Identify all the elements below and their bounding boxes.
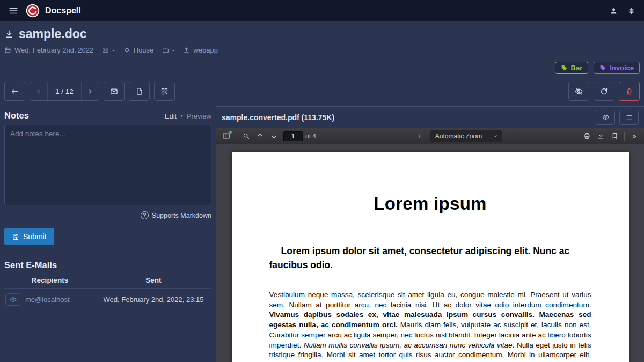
- attachment-filename: sample.converted.pdf (113.75K): [222, 113, 334, 122]
- settings-button[interactable]: [625, 5, 638, 17]
- zoom-value: Automatic Zoom: [435, 132, 482, 140]
- left-panel: Notes Edit • Preview ? Supports Markdown…: [0, 106, 216, 362]
- sent-email-row: me@localhost Wed, February 2nd, 2022, 23…: [4, 289, 211, 311]
- tag-icon: [599, 64, 606, 71]
- gears-icon: [627, 7, 635, 15]
- hide-preview-button[interactable]: [568, 82, 589, 101]
- recipients-cell: me@localhost: [4, 293, 96, 306]
- folder-icon: [162, 47, 169, 54]
- prev-attachment-button[interactable]: [30, 82, 47, 100]
- tags-row: Bar Invoice: [4, 54, 640, 74]
- toolbar-right: [568, 82, 640, 101]
- printer-icon: [583, 132, 590, 139]
- document-title: Lorem ipsum: [269, 194, 591, 214]
- arrow-left-icon: [11, 87, 19, 95]
- eye-slash-icon: [575, 87, 583, 95]
- back-button[interactable]: [4, 82, 25, 101]
- page-indicator: 1 / 12: [47, 82, 82, 100]
- search-icon: [243, 132, 250, 139]
- item-title: sample.doc: [19, 27, 87, 41]
- recipient-address: me@localhost: [25, 295, 70, 304]
- next-page-button[interactable]: [267, 130, 281, 143]
- sidebar-notification-dot: [229, 131, 232, 134]
- page-count-label: of 4: [305, 132, 316, 140]
- notes-preview-link[interactable]: Preview: [187, 112, 211, 120]
- notes-heading: Notes: [4, 110, 29, 121]
- toolbar-left: 1 / 12: [4, 82, 175, 101]
- download-icon: [4, 29, 14, 39]
- pdf-panel-header: sample.converted.pdf (113.75K): [216, 107, 644, 128]
- file-button[interactable]: [129, 82, 150, 101]
- item-source: webapp: [183, 46, 218, 54]
- user-menu-button[interactable]: [608, 5, 620, 17]
- notes-edit-link[interactable]: Edit: [165, 112, 177, 120]
- download-icon: [597, 132, 604, 139]
- pdfjs-toolbar: of 4 − + Automatic Zoom: [216, 128, 644, 144]
- hamburger-icon: [9, 6, 18, 16]
- pdf-header-buttons: [596, 110, 639, 125]
- bookmark-icon: [611, 132, 618, 139]
- notes-header: Notes Edit • Preview: [4, 110, 211, 121]
- zoom-in-button[interactable]: +: [412, 130, 426, 143]
- sidebar-toggle-button[interactable]: [219, 130, 233, 143]
- zoom-select[interactable]: Automatic Zoom: [430, 130, 502, 142]
- item-folder: -: [162, 46, 174, 54]
- print-button[interactable]: [580, 130, 594, 143]
- zoom-out-button[interactable]: −: [397, 130, 411, 143]
- submit-label: Submit: [23, 232, 47, 241]
- docspell-logo[interactable]: [26, 4, 40, 18]
- markdown-hint-label: Supports Markdown: [152, 212, 211, 219]
- toolbar-separator: [624, 132, 625, 141]
- file-icon: [135, 87, 143, 95]
- page-number-input[interactable]: [283, 131, 303, 141]
- pdfjs-toolbar-right: »: [580, 130, 641, 143]
- item-title-row: sample.doc: [4, 27, 640, 41]
- pdf-page: Lorem ipsum Lorem ipsum dolor sit amet, …: [232, 152, 629, 362]
- refresh-icon: [600, 87, 608, 95]
- sent-date: Wed, February 2nd, 2022, 23:15: [96, 295, 211, 304]
- app-window: Docspell sample.doc Wed, February 2nd, 2…: [0, 0, 644, 362]
- find-button[interactable]: [239, 130, 253, 143]
- upload-icon: [183, 47, 190, 54]
- more-tools-button[interactable]: »: [627, 130, 641, 143]
- notes-textarea[interactable]: [4, 125, 211, 205]
- delete-button[interactable]: [619, 82, 640, 101]
- sent-emails-heading: Sent E-Mails: [4, 260, 211, 270]
- reprocess-button[interactable]: [594, 82, 614, 101]
- attachment-preview-button[interactable]: [596, 110, 615, 125]
- concerning-icon: [123, 47, 130, 54]
- bookmark-button[interactable]: [608, 130, 621, 143]
- send-mail-button[interactable]: [104, 82, 125, 101]
- attachment-pagination: 1 / 12: [30, 82, 99, 101]
- tag-bar[interactable]: Bar: [555, 62, 589, 74]
- markdown-hint-link[interactable]: ? Supports Markdown: [4, 211, 211, 219]
- item-date: Wed, February 2nd, 2022: [4, 46, 93, 54]
- item-concerning: House: [123, 46, 154, 54]
- eye-icon: [602, 114, 609, 121]
- main-content: Notes Edit • Preview ? Supports Markdown…: [0, 106, 644, 362]
- item-header: sample.doc Wed, February 2nd, 2022 - Hou…: [0, 21, 644, 74]
- col-sent: Sent: [96, 276, 211, 284]
- attachment-menu-button[interactable]: [619, 110, 639, 125]
- pdf-viewer[interactable]: Lorem ipsum Lorem ipsum dolor sit amet, …: [216, 144, 644, 362]
- chevron-down-icon: [493, 134, 498, 139]
- chevron-right-icon: [86, 88, 93, 95]
- tag-icon: [561, 64, 568, 71]
- chevron-left-icon: [35, 88, 42, 95]
- next-attachment-button[interactable]: [82, 82, 99, 100]
- download-button[interactable]: [594, 130, 608, 143]
- correspondent-icon: [102, 47, 109, 54]
- sidebar-icon: [222, 132, 230, 140]
- menu-button[interactable]: [6, 4, 20, 18]
- logo-icon: [26, 4, 40, 18]
- tag-invoice[interactable]: Invoice: [594, 62, 640, 74]
- previous-page-button[interactable]: [253, 130, 267, 143]
- notes-mode-links: Edit • Preview: [165, 112, 211, 120]
- view-mail-button[interactable]: [5, 293, 20, 306]
- submit-button[interactable]: Submit: [4, 228, 54, 245]
- calendar-icon: [4, 47, 11, 54]
- sent-emails-table-header: Recipients Sent: [4, 274, 211, 289]
- pdf-panel: sample.converted.pdf (113.75K): [216, 106, 644, 362]
- item-correspondent: -: [102, 46, 114, 54]
- qrcode-button[interactable]: [154, 82, 175, 101]
